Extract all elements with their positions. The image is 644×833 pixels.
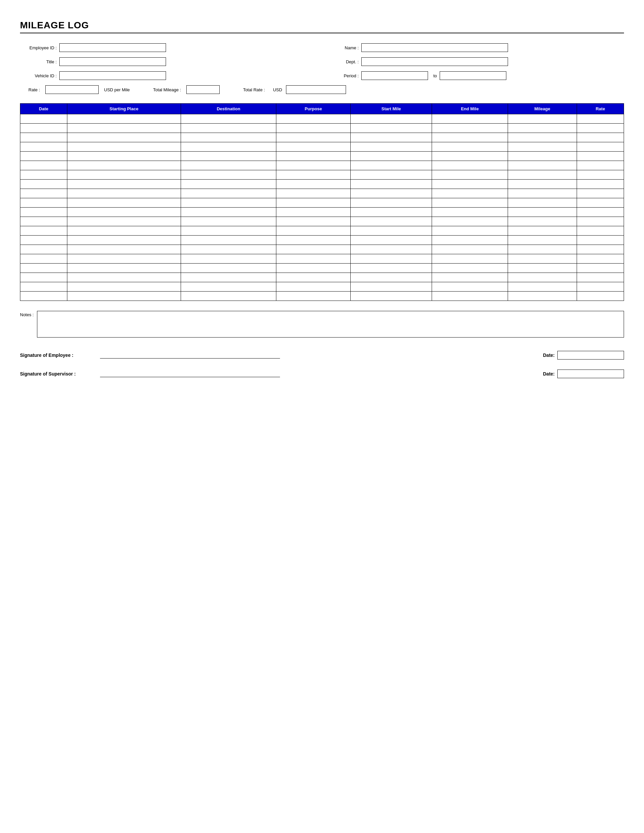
table-cell[interactable] (577, 198, 624, 207)
table-cell[interactable] (276, 133, 350, 142)
table-cell[interactable] (508, 264, 577, 273)
table-cell[interactable] (276, 207, 350, 217)
table-cell[interactable] (508, 142, 577, 151)
table-cell[interactable] (350, 207, 432, 217)
table-cell[interactable] (350, 273, 432, 282)
table-cell[interactable] (432, 236, 508, 245)
table-cell[interactable] (432, 124, 508, 133)
employee-id-input[interactable] (60, 43, 166, 52)
table-cell[interactable] (350, 291, 432, 301)
table-cell[interactable] (350, 245, 432, 254)
table-cell[interactable] (20, 207, 67, 217)
table-cell[interactable] (276, 226, 350, 236)
table-cell[interactable] (508, 189, 577, 198)
table-cell[interactable] (67, 189, 181, 198)
table-cell[interactable] (350, 180, 432, 189)
table-cell[interactable] (181, 142, 276, 151)
table-cell[interactable] (577, 226, 624, 236)
table-cell[interactable] (508, 133, 577, 142)
table-cell[interactable] (181, 189, 276, 198)
table-cell[interactable] (508, 236, 577, 245)
table-cell[interactable] (276, 198, 350, 207)
table-cell[interactable] (181, 245, 276, 254)
title-input[interactable] (60, 57, 166, 66)
table-cell[interactable] (276, 151, 350, 161)
table-cell[interactable] (67, 198, 181, 207)
table-cell[interactable] (577, 161, 624, 170)
table-cell[interactable] (181, 254, 276, 264)
table-cell[interactable] (20, 226, 67, 236)
table-cell[interactable] (577, 254, 624, 264)
table-cell[interactable] (67, 180, 181, 189)
table-cell[interactable] (577, 207, 624, 217)
table-cell[interactable] (432, 273, 508, 282)
table-cell[interactable] (67, 133, 181, 142)
table-cell[interactable] (181, 226, 276, 236)
table-cell[interactable] (67, 245, 181, 254)
table-cell[interactable] (20, 114, 67, 124)
table-cell[interactable] (276, 114, 350, 124)
table-cell[interactable] (181, 264, 276, 273)
table-cell[interactable] (276, 282, 350, 291)
table-cell[interactable] (350, 282, 432, 291)
table-cell[interactable] (350, 198, 432, 207)
total-mileage-input[interactable] (186, 85, 220, 94)
table-cell[interactable] (508, 273, 577, 282)
table-cell[interactable] (181, 282, 276, 291)
table-cell[interactable] (577, 124, 624, 133)
table-cell[interactable] (432, 264, 508, 273)
table-cell[interactable] (508, 114, 577, 124)
table-cell[interactable] (350, 236, 432, 245)
table-cell[interactable] (20, 124, 67, 133)
table-cell[interactable] (432, 207, 508, 217)
table-cell[interactable] (67, 217, 181, 226)
table-cell[interactable] (508, 291, 577, 301)
table-cell[interactable] (20, 217, 67, 226)
table-cell[interactable] (350, 189, 432, 198)
table-cell[interactable] (508, 217, 577, 226)
table-cell[interactable] (577, 236, 624, 245)
table-cell[interactable] (181, 198, 276, 207)
table-cell[interactable] (508, 198, 577, 207)
table-cell[interactable] (276, 236, 350, 245)
table-cell[interactable] (577, 133, 624, 142)
vehicle-id-input[interactable] (60, 71, 166, 80)
table-cell[interactable] (276, 291, 350, 301)
table-cell[interactable] (508, 180, 577, 189)
table-cell[interactable] (577, 189, 624, 198)
table-cell[interactable] (508, 282, 577, 291)
table-cell[interactable] (181, 124, 276, 133)
table-cell[interactable] (20, 151, 67, 161)
table-cell[interactable] (432, 161, 508, 170)
supervisor-date-input[interactable] (557, 370, 624, 378)
table-cell[interactable] (432, 245, 508, 254)
table-cell[interactable] (20, 236, 67, 245)
table-cell[interactable] (432, 180, 508, 189)
table-cell[interactable] (20, 142, 67, 151)
table-cell[interactable] (181, 170, 276, 180)
table-cell[interactable] (508, 245, 577, 254)
table-cell[interactable] (577, 217, 624, 226)
table-cell[interactable] (508, 207, 577, 217)
table-cell[interactable] (181, 291, 276, 301)
table-cell[interactable] (20, 170, 67, 180)
table-cell[interactable] (20, 254, 67, 264)
table-cell[interactable] (67, 226, 181, 236)
table-cell[interactable] (432, 170, 508, 180)
table-cell[interactable] (577, 170, 624, 180)
table-cell[interactable] (181, 180, 276, 189)
table-cell[interactable] (181, 273, 276, 282)
table-cell[interactable] (432, 226, 508, 236)
table-cell[interactable] (432, 151, 508, 161)
table-cell[interactable] (20, 180, 67, 189)
table-cell[interactable] (20, 264, 67, 273)
table-cell[interactable] (350, 161, 432, 170)
table-cell[interactable] (432, 282, 508, 291)
table-cell[interactable] (20, 198, 67, 207)
table-cell[interactable] (577, 142, 624, 151)
table-cell[interactable] (67, 273, 181, 282)
table-cell[interactable] (432, 142, 508, 151)
table-cell[interactable] (508, 161, 577, 170)
table-cell[interactable] (508, 170, 577, 180)
table-cell[interactable] (181, 207, 276, 217)
